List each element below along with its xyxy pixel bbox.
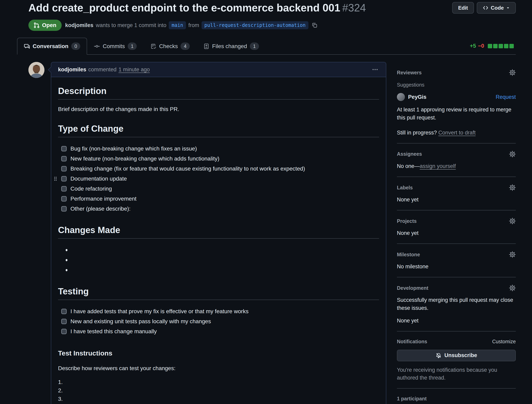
comment-timestamp[interactable]: 1 minute ago bbox=[119, 66, 150, 73]
file-diff-icon bbox=[203, 43, 209, 49]
checkbox[interactable] bbox=[61, 166, 67, 171]
edit-button-label: Edit bbox=[458, 5, 468, 11]
notifications-heading: Notifications bbox=[397, 339, 427, 345]
description-text: Brief description of the changes made in… bbox=[58, 106, 379, 112]
code-icon bbox=[483, 5, 488, 11]
sidebar-section-participants: 1 participant bbox=[397, 389, 516, 404]
drag-handle-icon[interactable] bbox=[53, 176, 58, 182]
tab-commits-count: 1 bbox=[128, 42, 137, 50]
copy-branch-button[interactable] bbox=[312, 22, 318, 28]
gear-icon[interactable] bbox=[509, 251, 516, 258]
merge-summary-text: wants to merge 1 commit into bbox=[96, 22, 166, 28]
sidebar-section-projects: Projects None yet bbox=[397, 210, 516, 244]
task-item-label: New feature (non-breaking change which a… bbox=[70, 156, 219, 162]
diffstat-deletions: −0 bbox=[478, 43, 484, 49]
avatar[interactable] bbox=[28, 62, 44, 78]
diffstat-blocks bbox=[488, 44, 514, 48]
pr-author[interactable]: kodjomiles bbox=[65, 22, 94, 28]
task-item: I have added tests that prove my fix is … bbox=[61, 306, 379, 316]
tab-conversation[interactable]: Conversation 0 bbox=[17, 38, 87, 55]
labels-heading: Labels bbox=[397, 185, 413, 191]
reviewer-name[interactable]: PeyGis bbox=[408, 94, 426, 100]
git-pull-request-icon bbox=[34, 22, 40, 28]
list-item bbox=[61, 265, 379, 275]
testing-list: I have added tests that prove my fix is … bbox=[58, 306, 379, 337]
kebab-menu-button[interactable] bbox=[370, 65, 380, 74]
gear-icon[interactable] bbox=[509, 69, 516, 76]
notifications-description: You're receiving notifications because y… bbox=[397, 366, 516, 382]
convert-to-draft-link[interactable]: Convert to draft bbox=[438, 130, 475, 136]
development-heading: Development bbox=[397, 285, 428, 291]
checkbox[interactable] bbox=[61, 196, 67, 202]
checkbox[interactable] bbox=[61, 156, 67, 162]
assign-yourself-link[interactable]: assign yourself bbox=[420, 163, 456, 169]
pr-header: Add create_product endpoint to the e-com… bbox=[0, 0, 532, 31]
checkbox[interactable] bbox=[61, 146, 67, 151]
section-heading-changes-made: Changes Made bbox=[58, 225, 379, 239]
suggestions-label: Suggestions bbox=[397, 82, 516, 88]
tab-files-changed[interactable]: Files changed 1 bbox=[196, 38, 266, 55]
task-item-label: Documentation update bbox=[70, 176, 127, 182]
section-heading-test-instructions: Test Instructions bbox=[58, 349, 379, 357]
diffstat: +5 −0 bbox=[470, 43, 514, 54]
gear-icon[interactable] bbox=[509, 151, 516, 157]
milestone-heading: Milestone bbox=[397, 252, 420, 258]
gear-icon[interactable] bbox=[509, 218, 516, 224]
head-branch-chip[interactable]: pull-request-description-automation bbox=[202, 21, 308, 29]
edit-button[interactable]: Edit bbox=[452, 2, 474, 14]
development-empty-text: None yet bbox=[397, 317, 516, 325]
unsubscribe-button[interactable]: Unsubscribe bbox=[397, 350, 516, 361]
pr-sidebar: Reviewers Suggestions PeyGis Request At … bbox=[397, 62, 516, 404]
checklist-icon bbox=[150, 43, 156, 49]
tab-files-changed-count: 1 bbox=[250, 42, 259, 50]
sidebar-section-milestone: Milestone No milestone bbox=[397, 244, 516, 277]
ordered-item: 1. bbox=[58, 378, 379, 386]
still-in-progress-text: Still in progress? bbox=[397, 130, 437, 136]
tab-conversation-count: 0 bbox=[71, 42, 80, 50]
base-branch-chip[interactable]: main bbox=[169, 21, 186, 29]
task-item-label: I have added tests that prove my fix is … bbox=[70, 308, 249, 315]
checkbox[interactable] bbox=[61, 319, 67, 324]
checkbox[interactable] bbox=[61, 206, 67, 212]
gear-icon[interactable] bbox=[509, 285, 516, 291]
customize-link[interactable]: Customize bbox=[492, 339, 516, 345]
comment-author[interactable]: kodjomiles bbox=[58, 66, 86, 73]
code-button[interactable]: Code bbox=[477, 2, 516, 14]
unsubscribe-button-label: Unsubscribe bbox=[444, 352, 477, 358]
ordered-item: 3. bbox=[58, 395, 379, 403]
task-item: Code refactoring bbox=[61, 184, 379, 194]
reviewer-avatar[interactable] bbox=[397, 93, 405, 101]
section-heading-type-of-change: Type of Change bbox=[58, 124, 379, 137]
list-item bbox=[61, 245, 379, 255]
task-item: Documentation update bbox=[61, 174, 379, 184]
tab-checks-count: 4 bbox=[181, 42, 190, 50]
sidebar-section-development: Development Successfully merging this pu… bbox=[397, 277, 516, 331]
task-item: Bug fix (non-breaking change which fixes… bbox=[61, 144, 379, 154]
tab-files-changed-label: Files changed bbox=[212, 43, 247, 50]
status-badge-label: Open bbox=[42, 22, 57, 28]
diffstat-additions: +5 bbox=[470, 43, 476, 49]
pr-title-text: Add create_product endpoint to the e-com… bbox=[28, 2, 340, 14]
chevron-down-icon bbox=[506, 6, 510, 10]
tab-checks[interactable]: Checks 4 bbox=[144, 38, 196, 55]
comment-card: kodjomiles commented 1 minute ago Descri… bbox=[51, 62, 386, 404]
pr-timeline: kodjomiles commented 1 minute ago Descri… bbox=[28, 62, 386, 404]
task-item-label: Breaking change (fix or feature that wou… bbox=[70, 166, 305, 172]
review-required-text: At least 1 approving review is required … bbox=[397, 106, 516, 121]
code-button-label: Code bbox=[491, 5, 504, 11]
checkbox[interactable] bbox=[61, 309, 67, 314]
assignees-empty-text: No one— bbox=[397, 163, 420, 169]
assignees-heading: Assignees bbox=[397, 151, 422, 157]
checkbox[interactable] bbox=[61, 176, 67, 182]
status-badge: Open bbox=[28, 20, 62, 31]
git-commit-icon bbox=[94, 43, 100, 49]
projects-heading: Projects bbox=[397, 218, 417, 224]
reviewers-heading: Reviewers bbox=[397, 70, 422, 76]
comment-header: kodjomiles commented 1 minute ago bbox=[51, 62, 386, 77]
tab-commits[interactable]: Commits 1 bbox=[87, 38, 144, 55]
checkbox[interactable] bbox=[61, 186, 67, 192]
request-review-link[interactable]: Request bbox=[496, 94, 516, 100]
gear-icon[interactable] bbox=[509, 184, 516, 191]
task-item: New and existing unit tests pass locally… bbox=[61, 316, 379, 326]
checkbox[interactable] bbox=[61, 329, 67, 334]
